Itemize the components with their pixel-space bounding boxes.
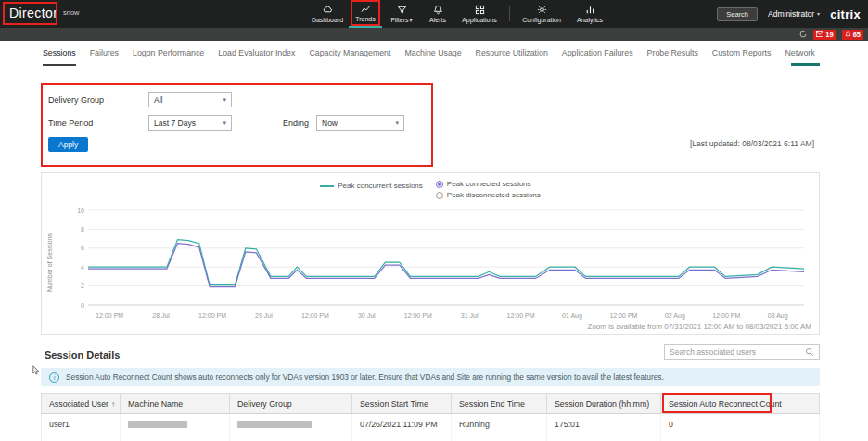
cell-machine-name <box>121 435 230 441</box>
nav-filters[interactable]: Filters▾ <box>382 0 421 28</box>
cell-machine-name <box>121 414 230 435</box>
cell-associated-user: user1 <box>41 414 121 435</box>
tab-custom-reports[interactable]: Custom Reports <box>712 48 772 66</box>
svg-text:29 Jul: 29 Jul <box>255 312 273 319</box>
legend-label: Peak disconnected sessions <box>447 191 541 199</box>
chart-legend: Peak concurrent sessions Peak connected … <box>42 180 819 199</box>
tabs-overflow-indicator <box>791 63 820 66</box>
legend-label: Peak connected sessions <box>447 180 531 188</box>
apply-button[interactable]: Apply <box>48 137 88 152</box>
zoom-availability-note: Zoom is available from 07/31/2021 12:00 … <box>588 322 812 331</box>
column-header-session-end-time[interactable]: Session End Time <box>452 393 547 414</box>
column-header-session-start-time[interactable]: Session Start Time <box>352 393 452 414</box>
svg-text:0: 0 <box>81 302 84 309</box>
last-updated-text: [Last updated: 08/03/2021 6:11 AM] <box>690 139 814 148</box>
cell-session-duration: 175:01 <box>547 414 661 435</box>
svg-text:12:00 PM: 12:00 PM <box>96 312 123 319</box>
cell-session-auto-reconnect-count: 0 <box>661 414 820 435</box>
legend-peak-concurrent: Peak concurrent sessions <box>320 182 423 190</box>
cell-delivery-group <box>230 435 352 441</box>
citrix-logo: citrix <box>830 7 861 21</box>
svg-text:03 Aug: 03 Aug <box>768 312 788 320</box>
column-label: Session Start Time <box>360 399 428 409</box>
chevron-down-icon: ▾ <box>223 96 226 103</box>
svg-text:12:00 PM: 12:00 PM <box>507 312 535 319</box>
column-label: Session Duration (hh:mm) <box>555 399 649 409</box>
search-associated-users-input[interactable] <box>670 347 801 357</box>
y-axis-label: Number of Sessions <box>46 212 53 292</box>
column-header-machine-name[interactable]: Machine Name <box>121 393 230 414</box>
site-name: snow <box>63 8 80 17</box>
legend-peak-disconnected[interactable]: Peak disconnected sessions <box>436 191 541 199</box>
chevron-down-icon: ▾ <box>223 120 226 126</box>
teal-line-swatch <box>320 185 334 187</box>
associated-users-search-box <box>664 344 820 360</box>
delivery-group-select[interactable]: All ▾ <box>148 92 232 107</box>
svg-text:30 Jul: 30 Jul <box>358 312 376 319</box>
svg-text:6: 6 <box>81 245 84 251</box>
column-label: Machine Name <box>128 399 183 409</box>
chevron-down-icon: ▾ <box>410 18 413 23</box>
user-menu[interactable]: Administrator ▾ <box>768 9 820 19</box>
time-period-select[interactable]: Last 7 Days ▾ <box>148 115 232 131</box>
tab-capacity-management[interactable]: Capacity Management <box>309 48 390 66</box>
session-details-title: Session Details <box>45 349 120 360</box>
nav-label: Filters <box>390 17 408 23</box>
chevron-down-icon: ▾ <box>395 120 399 126</box>
tab-application-failures[interactable]: Application Failures <box>562 48 633 66</box>
legend-peak-connected[interactable]: Peak connected sessions <box>436 180 541 188</box>
envelope-icon <box>816 32 823 37</box>
sort-ascending-icon: ↑ <box>111 400 115 409</box>
tab-logon-performance[interactable]: Logon Performance <box>133 48 204 66</box>
notification-alert-badge[interactable]: 65 <box>842 30 863 40</box>
column-header-associated-user[interactable]: Associated User ↑ <box>41 393 121 414</box>
nav-label: Applications <box>462 17 497 23</box>
grid-icon <box>475 5 485 15</box>
search-button[interactable]: Search <box>717 7 758 21</box>
ending-select[interactable]: Now ▾ <box>316 115 404 131</box>
column-header-session-auto-reconnect-count[interactable]: Session Auto Reconnect Count <box>661 393 820 414</box>
column-header-session-duration[interactable]: Session Duration (hh:mm) <box>547 393 661 414</box>
column-label: Associated User <box>49 399 108 409</box>
search-icon[interactable] <box>805 344 814 360</box>
user-menu-label: Administrator <box>768 9 814 19</box>
nav-applications[interactable]: Applications <box>454 0 504 28</box>
bell-icon <box>433 5 443 15</box>
nav-dashboard[interactable]: Dashboard <box>306 0 349 28</box>
sessions-chart-svg: 024681012:00 PM28 Jul12:00 PM29 Jul12:00… <box>62 205 811 325</box>
mail-alert-badge[interactable]: 19 <box>813 30 836 40</box>
nav-analytics[interactable]: Analytics <box>568 0 611 28</box>
mail-badge-count: 19 <box>825 30 833 40</box>
top-bar: Director snow Dashboard Trends Filters▾ … <box>0 0 868 28</box>
tab-load-evaluator-index[interactable]: Load Evaluator Index <box>218 48 295 66</box>
tab-resource-utilization[interactable]: Resource Utilization <box>476 48 548 66</box>
svg-text:12:00 PM: 12:00 PM <box>609 312 637 319</box>
legend-label: Peak concurrent sessions <box>338 182 423 190</box>
tab-machine-usage[interactable]: Machine Usage <box>404 48 461 66</box>
director-trends-screen: Director snow Dashboard Trends Filters▾ … <box>0 0 868 441</box>
bar-chart-icon <box>585 5 595 15</box>
nav-trends[interactable]: Trends <box>349 0 382 28</box>
column-header-delivery-group[interactable]: Delivery Group <box>230 393 352 414</box>
radio-selected-icon[interactable] <box>436 181 443 188</box>
refresh-icon[interactable] <box>798 30 808 39</box>
ending-label: Ending <box>283 119 309 128</box>
delivery-group-value: All <box>154 95 162 105</box>
tab-failures[interactable]: Failures <box>90 48 119 66</box>
tab-sessions[interactable]: Sessions <box>43 48 76 66</box>
cell-session-start-time: 07/28/2021 12:03 PM <box>352 435 452 441</box>
nav-label: Configuration <box>522 17 561 23</box>
nav-configuration[interactable]: Configuration <box>515 0 568 28</box>
nav-label: Alerts <box>429 17 446 23</box>
trends-icon <box>361 4 371 14</box>
alert-badge-count: 65 <box>853 30 861 40</box>
topbar-right: Search Administrator ▾ citrix <box>717 0 861 28</box>
svg-text:31 Jul: 31 Jul <box>461 312 479 319</box>
mouse-cursor <box>32 363 41 380</box>
tab-probe-results[interactable]: Probe Results <box>647 48 698 66</box>
radio-unselected-icon[interactable] <box>436 192 443 199</box>
cell-session-duration <box>547 435 661 441</box>
nav-alerts[interactable]: Alerts <box>421 0 454 28</box>
svg-text:10: 10 <box>77 208 84 214</box>
director-logo: Director <box>9 6 57 20</box>
